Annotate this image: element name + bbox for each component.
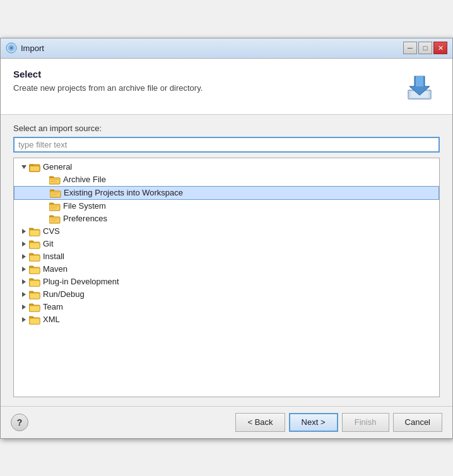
body-section: Select an import source: General Archive… [1, 115, 452, 406]
item-label-install: Install [43, 252, 64, 261]
tree-item-plugin-dev[interactable]: Plug-in Development [14, 276, 439, 288]
svg-rect-25 [50, 218, 59, 219]
tree-item-preferences[interactable]: Preferences [14, 212, 439, 225]
tree-container[interactable]: General Archive File Existing Projects i… [13, 158, 440, 397]
svg-rect-13 [50, 179, 59, 180]
svg-rect-10 [30, 166, 40, 171]
item-label-general: General [43, 162, 72, 171]
header-description: Create new projects from an archive file… [13, 83, 399, 93]
folder-icon-git [29, 239, 40, 249]
header-section: Select Create new projects from an archi… [1, 59, 452, 115]
tree-item-file-system[interactable]: File System [14, 200, 439, 212]
tree-item-maven[interactable]: Maven [14, 263, 439, 276]
folder-icon-team [29, 302, 40, 312]
tree-item-archive-file[interactable]: Archive File [14, 173, 439, 186]
toggle-general[interactable] [19, 162, 29, 172]
file-icon-preferences [49, 214, 61, 224]
item-label-preferences: Preferences [63, 214, 107, 223]
import-icon [402, 71, 437, 102]
tree-item-install[interactable]: Install [14, 250, 439, 263]
svg-rect-14 [50, 181, 57, 182]
maximize-button[interactable]: □ [418, 42, 432, 54]
svg-marker-35 [22, 254, 26, 259]
tree-item-general[interactable]: General [14, 161, 439, 173]
svg-marker-51 [22, 305, 26, 310]
folder-icon-install [29, 252, 40, 262]
tree-item-team[interactable]: Team [14, 301, 439, 313]
help-button[interactable]: ? [11, 414, 28, 431]
finish-button[interactable]: Finish [342, 413, 389, 432]
toggle-team[interactable] [19, 302, 29, 312]
svg-marker-47 [22, 292, 26, 297]
filter-label: Select an import source: [13, 124, 440, 133]
svg-marker-31 [22, 241, 26, 247]
svg-rect-21 [50, 206, 59, 207]
svg-rect-17 [51, 192, 59, 194]
dialog-icon [6, 42, 17, 54]
svg-marker-43 [22, 279, 26, 284]
next-button[interactable]: Next > [289, 413, 338, 432]
item-label-xml: XML [43, 315, 60, 324]
title-bar: Import ─ □ ✕ [1, 38, 452, 59]
filter-input[interactable] [13, 137, 440, 153]
footer-left: ? [11, 414, 28, 431]
svg-rect-42 [30, 268, 40, 274]
tree-item-existing-projects[interactable]: Existing Projects into Workspace [14, 186, 439, 200]
import-dialog: Import ─ □ ✕ Select Create new projects … [0, 38, 453, 439]
cancel-button[interactable]: Cancel [393, 413, 442, 432]
minimize-button[interactable]: ─ [403, 42, 417, 54]
svg-rect-34 [30, 243, 40, 248]
folder-icon-plugin-dev [29, 277, 40, 287]
footer-section: ? < Back Next > Finish Cancel [1, 406, 452, 438]
toggle-plugin-dev[interactable] [19, 277, 29, 287]
svg-marker-7 [21, 165, 26, 169]
svg-rect-54 [30, 306, 40, 311]
svg-rect-26 [50, 220, 57, 221]
back-button[interactable]: < Back [235, 413, 285, 432]
toggle-xml[interactable] [19, 315, 29, 325]
file-icon-archive-file [49, 175, 61, 185]
svg-rect-50 [30, 293, 40, 299]
svg-rect-46 [30, 281, 40, 286]
folder-icon-maven [29, 264, 40, 274]
svg-marker-39 [22, 267, 26, 272]
toggle-maven[interactable] [19, 264, 29, 274]
toggle-git[interactable] [19, 239, 29, 249]
item-label-run-debug: Run/Debug [43, 289, 85, 299]
svg-rect-30 [30, 230, 40, 236]
tree-item-cvs[interactable]: CVS [14, 225, 439, 238]
toggle-cvs[interactable] [19, 226, 29, 236]
tree-item-xml[interactable]: XML [14, 313, 439, 326]
svg-marker-55 [22, 317, 26, 322]
folder-icon-cvs [29, 226, 40, 236]
tree-item-git[interactable]: Git [14, 238, 439, 250]
svg-rect-58 [30, 318, 40, 324]
item-label-team: Team [43, 302, 63, 311]
item-label-file-system: File System [63, 201, 106, 211]
file-icon-existing-projects [50, 188, 61, 198]
title-bar-left: Import [6, 42, 44, 54]
item-label-cvs: CVS [43, 226, 60, 236]
svg-marker-27 [22, 229, 26, 234]
toggle-install[interactable] [19, 252, 29, 262]
footer-right: < Back Next > Finish Cancel [235, 413, 442, 432]
svg-rect-22 [50, 207, 57, 209]
item-label-plugin-dev: Plug-in Development [43, 277, 119, 286]
item-label-git: Git [43, 239, 54, 248]
title-controls: ─ □ ✕ [403, 42, 447, 54]
toggle-run-debug[interactable] [19, 289, 29, 299]
header-title: Select [13, 69, 399, 79]
folder-icon-general [29, 162, 40, 172]
item-label-existing-projects: Existing Projects into Workspace [64, 188, 183, 197]
header-icon-area [399, 69, 440, 104]
header-text: Select Create new projects from an archi… [13, 69, 399, 93]
close-button[interactable]: ✕ [433, 42, 447, 54]
svg-point-2 [10, 47, 13, 49]
item-label-maven: Maven [43, 264, 68, 274]
svg-rect-6 [416, 76, 423, 86]
svg-rect-18 [51, 194, 57, 195]
title-text: Import [21, 44, 44, 53]
item-label-archive-file: Archive File [63, 175, 106, 184]
file-icon-file-system [49, 201, 61, 211]
tree-item-run-debug[interactable]: Run/Debug [14, 288, 439, 301]
